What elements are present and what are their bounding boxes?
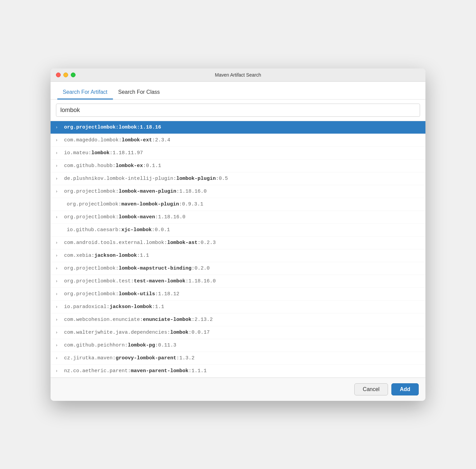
artifact-version: :0.2.3 bbox=[198, 240, 216, 246]
list-item[interactable]: org.projectlombok:maven-lombok-plugin:0.… bbox=[51, 198, 425, 211]
artifact-prefix: org.projectlombok: bbox=[64, 291, 119, 297]
artifact-label: lombok-ex bbox=[116, 163, 143, 169]
list-item[interactable]: › cz.jirutka.maven:groovy-lombok-parent:… bbox=[51, 352, 425, 365]
artifact-prefix: com.webcohesion.enunciate: bbox=[64, 317, 143, 323]
artifact-label: lombok-maven-plugin bbox=[119, 189, 176, 194]
chevron-right-icon: › bbox=[56, 304, 63, 309]
main-window: Maven Artifact Search Search For Artifac… bbox=[51, 68, 425, 401]
artifact-prefix: io.paradoxical: bbox=[64, 304, 110, 310]
artifact-label: lombok-maven bbox=[119, 214, 155, 220]
chevron-right-icon: › bbox=[56, 279, 63, 283]
chevron-right-icon: › bbox=[56, 150, 63, 155]
list-item[interactable]: › nz.co.aetheric.parent:maven-parent-lom… bbox=[51, 365, 425, 378]
artifact-label: lombok-pg bbox=[128, 342, 155, 348]
chevron-right-icon: › bbox=[56, 176, 63, 181]
artifact-version: :1.18.12 bbox=[155, 291, 179, 297]
list-item[interactable]: › com.android.tools.external.lombok:lomb… bbox=[51, 237, 425, 249]
list-item[interactable]: io.github.caesarb:xjc-lombok:0.0.1 bbox=[51, 224, 425, 237]
artifact-label: enunciate-lombok bbox=[143, 317, 191, 323]
artifact-label: lombok bbox=[91, 150, 110, 156]
list-item[interactable]: › com.github.peichhorn:lombok-pg:0.11.3 bbox=[51, 339, 425, 352]
artifact-prefix: io.mateu: bbox=[64, 150, 91, 156]
list-item[interactable]: › com.xebia:jackson-lombok:1.1 bbox=[51, 249, 425, 262]
add-button[interactable]: Add bbox=[391, 383, 419, 395]
list-item[interactable]: › org.projectlombok:lombok-utils:1.18.12 bbox=[51, 288, 425, 301]
tab-search-artifact[interactable]: Search For Artifact bbox=[57, 86, 113, 100]
chevron-right-icon: › bbox=[56, 266, 63, 271]
artifact-label: jackson-lombok bbox=[94, 253, 137, 258]
traffic-lights bbox=[56, 73, 76, 77]
tab-bar: Search For Artifact Search For Class bbox=[51, 82, 425, 100]
artifact-label: lombok-mapstruct-binding bbox=[119, 266, 191, 271]
chevron-right-icon: › bbox=[56, 253, 63, 258]
list-item[interactable]: › org.projectlombok:lombok-maven:1.18.16… bbox=[51, 211, 425, 224]
artifact-version: :1.1.1 bbox=[188, 368, 207, 374]
artifact-version: :1.18.16.0 bbox=[185, 278, 216, 284]
minimize-button[interactable] bbox=[63, 73, 68, 77]
chevron-right-icon: › bbox=[56, 125, 63, 130]
artifact-prefix: cz.jirutka.maven: bbox=[64, 355, 116, 361]
chevron-right-icon: › bbox=[56, 317, 63, 322]
artifact-version: :2.13.2 bbox=[191, 317, 213, 323]
cancel-button[interactable]: Cancel bbox=[354, 383, 388, 395]
artifact-version: :0.0.1 bbox=[152, 227, 170, 233]
titlebar: Maven Artifact Search bbox=[51, 68, 425, 82]
tab-search-class[interactable]: Search For Class bbox=[113, 86, 166, 100]
chevron-right-icon: › bbox=[56, 292, 63, 296]
artifact-label: lombok bbox=[170, 330, 188, 335]
chevron-right-icon: › bbox=[56, 368, 63, 373]
artifact-version: :0.11.3 bbox=[155, 342, 176, 348]
search-input[interactable] bbox=[56, 104, 420, 117]
artifact-version: :1.1 bbox=[152, 304, 164, 310]
chevron-right-icon: › bbox=[56, 330, 63, 335]
list-item[interactable]: › com.webcohesion.enunciate:enunciate-lo… bbox=[51, 313, 425, 326]
artifact-label: maven-parent-lombok bbox=[131, 368, 188, 374]
footer: Cancel Add bbox=[51, 378, 425, 401]
list-item[interactable]: › org.projectlombok:lombok-maven-plugin:… bbox=[51, 185, 425, 198]
artifact-version: :1.18.16.0 bbox=[176, 189, 207, 194]
list-item[interactable]: › com.mageddo.lombok:lombok-ext:2.3.4 bbox=[51, 134, 425, 147]
results-list: › org.projectlombok:lombok:1.18.16 › com… bbox=[51, 121, 425, 378]
list-item[interactable]: › de.plushnikov.lombok-intellij-plugin:l… bbox=[51, 172, 425, 185]
artifact-prefix: com.xebia: bbox=[64, 253, 94, 258]
artifact-version: :1.18.11.97 bbox=[110, 150, 143, 156]
list-item[interactable]: › org.projectlombok:lombok:1.18.16 bbox=[51, 121, 425, 134]
artifact-prefix: org.projectlombok: bbox=[67, 201, 121, 207]
content-area: Search For Artifact Search For Class › o… bbox=[51, 82, 425, 401]
artifact-version: :0.1.1 bbox=[143, 163, 161, 169]
artifact-label: lombok-plugin bbox=[176, 176, 216, 182]
artifact-prefix: nz.co.aetheric.parent: bbox=[64, 368, 131, 374]
artifact-prefix: com.android.tools.external.lombok: bbox=[64, 240, 167, 246]
list-item[interactable]: › io.paradoxical:jackson-lombok:1.1 bbox=[51, 301, 425, 313]
maximize-button[interactable] bbox=[71, 73, 76, 77]
chevron-right-icon: › bbox=[56, 189, 63, 194]
artifact-version: :1.3.2 bbox=[176, 355, 195, 361]
artifact-prefix: de.plushnikov.lombok-intellij-plugin: bbox=[64, 176, 176, 182]
artifact-prefix: com.mageddo.lombok: bbox=[64, 137, 122, 143]
artifact-prefix: io.github.caesarb: bbox=[67, 227, 121, 233]
artifact-version: :0.9.3.1 bbox=[179, 201, 203, 207]
list-item[interactable]: › org.projectlombok.test:test-maven-lomb… bbox=[51, 275, 425, 288]
artifact-prefix: com.github.peichhorn: bbox=[64, 342, 128, 348]
artifact-label: lombok-utils bbox=[119, 291, 155, 297]
artifact-label: test-maven-lombok bbox=[134, 278, 185, 284]
chevron-right-icon: › bbox=[56, 343, 63, 348]
close-button[interactable] bbox=[56, 73, 61, 77]
list-item[interactable]: › com.github.houbb:lombok-ex:0.1.1 bbox=[51, 160, 425, 172]
artifact-label: lombok-ext bbox=[122, 137, 152, 143]
artifact-version: :2.3.4 bbox=[152, 137, 170, 143]
artifact-version: :0.2.0 bbox=[191, 266, 210, 271]
chevron-right-icon: › bbox=[56, 138, 63, 142]
list-item[interactable]: › com.walterjwhite.java.dependencies:lom… bbox=[51, 326, 425, 339]
chevron-right-icon: › bbox=[56, 356, 63, 360]
search-area bbox=[51, 100, 425, 121]
artifact-prefix: org.projectlombok: bbox=[64, 266, 119, 271]
artifact-version: :0.0.17 bbox=[188, 330, 210, 335]
artifact-version: :0.5 bbox=[216, 176, 228, 182]
list-item[interactable]: › io.mateu:lombok:1.18.11.97 bbox=[51, 147, 425, 160]
artifact-prefix: org.projectlombok: bbox=[64, 214, 119, 220]
artifact-prefix: org.projectlombok: bbox=[64, 189, 119, 194]
chevron-right-icon: › bbox=[56, 163, 63, 168]
artifact-prefix: com.walterjwhite.java.dependencies: bbox=[64, 330, 170, 335]
list-item[interactable]: › org.projectlombok:lombok-mapstruct-bin… bbox=[51, 262, 425, 275]
